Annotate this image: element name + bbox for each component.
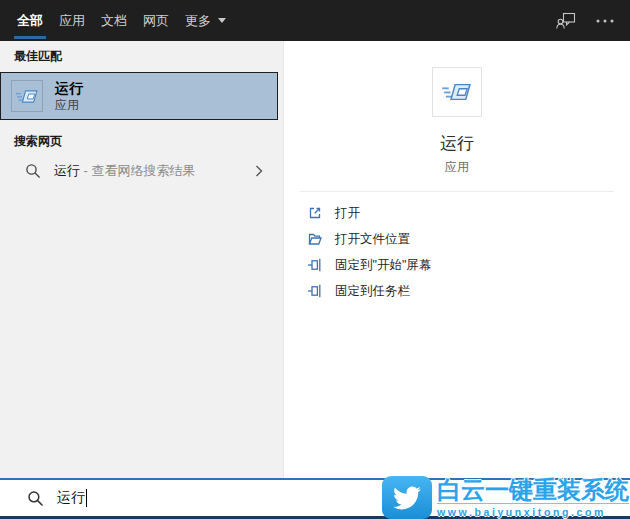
topbar-right-icons <box>556 12 614 30</box>
tab-all-label: 全部 <box>17 12 43 30</box>
web-result-suffix: - 查看网络搜索结果 <box>80 163 196 178</box>
best-match-title: 运行 <box>55 80 83 96</box>
search-filter-tabbar: 全部 应用 文档 网页 更多 <box>0 0 630 41</box>
watermark-brand: 白云一键重装系统 <box>437 476 629 503</box>
app-title: 运行 <box>284 132 630 155</box>
action-open[interactable]: 打开 <box>307 200 630 226</box>
best-match-text: 运行 应用 <box>55 80 83 112</box>
search-input-value: 运行 <box>57 489 85 507</box>
web-result-query: 运行 <box>54 163 80 178</box>
action-pin-to-taskbar[interactable]: 固定到任务栏 <box>307 278 630 304</box>
action-pin-to-start-label: 固定到"开始"屏幕 <box>335 257 431 274</box>
search-icon <box>27 490 44 507</box>
windows-search-flyout: 全部 应用 文档 网页 更多 <box>0 0 630 519</box>
action-open-label: 打开 <box>335 205 360 222</box>
tab-documents-label: 文档 <box>101 12 127 30</box>
watermark-url: www.baiyunxitong.com <box>437 503 629 519</box>
folder-location-icon <box>307 231 323 247</box>
action-open-file-location[interactable]: 打开文件位置 <box>307 226 630 252</box>
web-search-result[interactable]: 运行 - 查看网络搜索结果 <box>0 156 283 186</box>
tab-apps[interactable]: 应用 <box>59 0 85 41</box>
app-actions: 打开 打开文件位置 <box>284 200 630 304</box>
tab-web[interactable]: 网页 <box>143 0 169 41</box>
feedback-icon[interactable] <box>556 12 576 30</box>
tab-apps-label: 应用 <box>59 12 85 30</box>
tab-web-label: 网页 <box>143 12 169 30</box>
pin-icon <box>307 257 323 273</box>
watermark: 白云一键重装系统 www.baiyunxitong.com <box>382 476 629 519</box>
detail-divider <box>300 191 614 192</box>
app-subtitle: 应用 <box>284 159 630 176</box>
web-result-text: 运行 - 查看网络搜索结果 <box>54 162 196 180</box>
run-app-icon <box>11 80 43 112</box>
search-results-area: 最佳匹配 运行 应用 <box>0 41 630 478</box>
results-list-pane: 最佳匹配 运行 应用 <box>0 41 284 478</box>
tab-more[interactable]: 更多 <box>185 0 226 41</box>
action-pin-to-start[interactable]: 固定到"开始"屏幕 <box>307 252 630 278</box>
result-detail-pane: 运行 应用 打开 <box>284 41 630 478</box>
best-match-header: 最佳匹配 <box>14 48 283 65</box>
text-cursor <box>86 489 87 507</box>
filter-tabs: 全部 应用 文档 网页 更多 <box>17 0 242 41</box>
more-options-icon[interactable] <box>596 19 614 23</box>
tab-documents[interactable]: 文档 <box>101 0 127 41</box>
action-open-file-location-label: 打开文件位置 <box>335 231 410 248</box>
pin-icon <box>307 283 323 299</box>
open-icon <box>307 205 323 221</box>
tab-all[interactable]: 全部 <box>17 0 43 41</box>
tab-more-label: 更多 <box>185 12 211 30</box>
bird-logo-icon <box>382 476 432 519</box>
watermark-text: 白云一键重装系统 www.baiyunxitong.com <box>437 476 629 519</box>
best-match-subtitle: 应用 <box>55 98 83 112</box>
chevron-down-icon <box>218 18 226 23</box>
action-pin-to-taskbar-label: 固定到任务栏 <box>335 283 410 300</box>
run-app-icon-large <box>432 67 482 117</box>
search-icon <box>25 163 41 179</box>
best-match-result-run[interactable]: 运行 应用 <box>0 72 278 120</box>
chevron-right-icon[interactable] <box>255 165 263 177</box>
web-search-header: 搜索网页 <box>14 133 283 150</box>
